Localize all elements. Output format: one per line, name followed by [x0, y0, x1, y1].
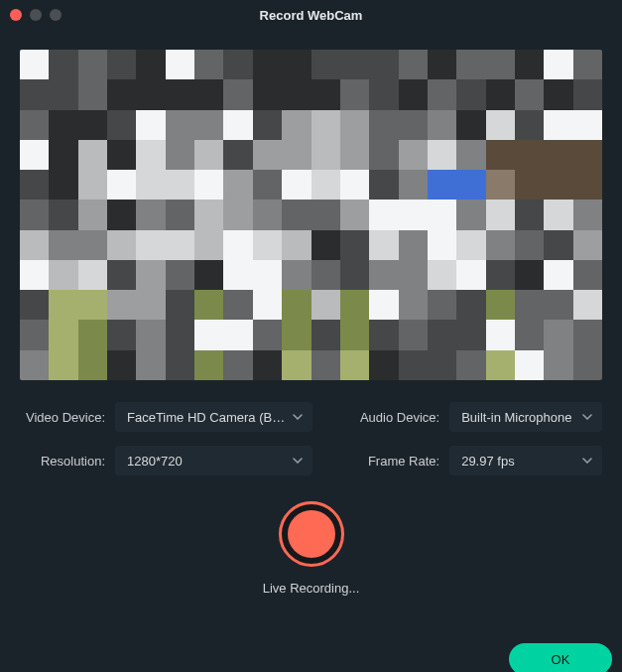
resolution-select[interactable]: 1280*720 — [115, 446, 312, 475]
frame-rate-field: Frame Rate: 29.97 fps — [354, 446, 602, 475]
resolution-field: Resolution: 1280*720 — [20, 446, 312, 475]
record-status: Live Recording... — [263, 581, 360, 596]
window-controls — [10, 9, 62, 21]
chevron-down-icon — [293, 458, 303, 464]
chevron-down-icon — [582, 414, 592, 420]
video-device-value: FaceTime HD Camera (B… — [127, 410, 285, 425]
ok-button[interactable]: OK — [509, 643, 612, 672]
content-area: Video Device: FaceTime HD Camera (B… Aud… — [0, 30, 622, 643]
chevron-down-icon — [582, 458, 592, 464]
zoom-icon[interactable] — [50, 9, 62, 21]
audio-device-field: Audio Device: Built-in Microphone — [354, 402, 602, 432]
audio-device-value: Built-in Microphone — [461, 410, 571, 425]
footer: OK — [0, 643, 622, 672]
resolution-value: 1280*720 — [127, 454, 183, 469]
record-icon — [288, 510, 335, 558]
record-button[interactable] — [279, 501, 344, 567]
webcam-preview — [20, 50, 602, 380]
record-area: Live Recording... — [20, 501, 602, 596]
minimize-icon[interactable] — [30, 9, 42, 21]
video-device-label: Video Device: — [20, 410, 105, 425]
window-title: Record WebCam — [0, 8, 622, 23]
resolution-label: Resolution: — [20, 454, 105, 469]
audio-device-select[interactable]: Built-in Microphone — [449, 402, 602, 432]
settings-grid: Video Device: FaceTime HD Camera (B… Aud… — [20, 402, 602, 475]
chevron-down-icon — [293, 414, 303, 420]
frame-rate-label: Frame Rate: — [354, 454, 439, 469]
video-device-select[interactable]: FaceTime HD Camera (B… — [115, 402, 312, 432]
audio-device-label: Audio Device: — [354, 410, 439, 425]
titlebar: Record WebCam — [0, 0, 622, 30]
frame-rate-select[interactable]: 29.97 fps — [449, 446, 602, 475]
video-device-field: Video Device: FaceTime HD Camera (B… — [20, 402, 312, 432]
frame-rate-value: 29.97 fps — [461, 454, 515, 469]
close-icon[interactable] — [10, 9, 22, 21]
